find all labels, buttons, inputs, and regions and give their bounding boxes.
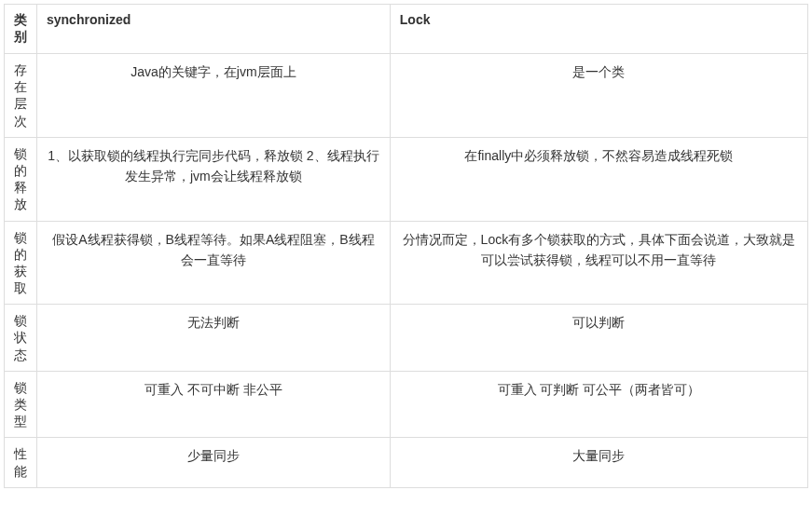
header-lock: Lock: [390, 5, 807, 54]
row-label: 存在层次: [5, 54, 37, 138]
sync-cell: 1、以获取锁的线程执行完同步代码，释放锁 2、线程执行发生异常，jvm会让线程释…: [37, 137, 391, 221]
lock-cell: 是一个类: [390, 54, 807, 138]
row-label: 锁状态: [5, 305, 37, 372]
lock-cell: 可重入 可判断 可公平（两者皆可）: [390, 371, 807, 438]
lock-cell: 大量同步: [390, 438, 807, 487]
lock-cell: 在finally中必须释放锁，不然容易造成线程死锁: [390, 137, 807, 221]
lock-cell: 可以判断: [390, 305, 807, 372]
table-row: 性能 少量同步 大量同步: [5, 438, 808, 487]
row-label: 锁的释放: [5, 137, 37, 221]
table-row: 锁状态 无法判断 可以判断: [5, 305, 808, 372]
table-row: 锁类型 可重入 不可中断 非公平 可重入 可判断 可公平（两者皆可）: [5, 371, 808, 438]
row-label: 锁类型: [5, 371, 37, 438]
table-row: 存在层次 Java的关键字，在jvm层面上 是一个类: [5, 54, 808, 138]
table-row: 锁的释放 1、以获取锁的线程执行完同步代码，释放锁 2、线程执行发生异常，jvm…: [5, 137, 808, 221]
lock-cell: 分情况而定，Lock有多个锁获取的方式，具体下面会说道，大致就是可以尝试获得锁，…: [390, 221, 807, 305]
sync-cell: 假设A线程获得锁，B线程等待。如果A线程阻塞，B线程会一直等待: [37, 221, 391, 305]
row-label: 性能: [5, 438, 37, 487]
sync-cell: 可重入 不可中断 非公平: [37, 371, 391, 438]
header-synchronized: synchronized: [37, 5, 391, 54]
comparison-table: 类别 synchronized Lock 存在层次 Java的关键字，在jvm层…: [4, 4, 808, 488]
table-row: 锁的获取 假设A线程获得锁，B线程等待。如果A线程阻塞，B线程会一直等待 分情况…: [5, 221, 808, 305]
row-label: 锁的获取: [5, 221, 37, 305]
sync-cell: 少量同步: [37, 438, 391, 487]
sync-cell: Java的关键字，在jvm层面上: [37, 54, 391, 138]
header-category: 类别: [5, 5, 37, 54]
sync-cell: 无法判断: [37, 305, 391, 372]
table-header-row: 类别 synchronized Lock: [5, 5, 808, 54]
